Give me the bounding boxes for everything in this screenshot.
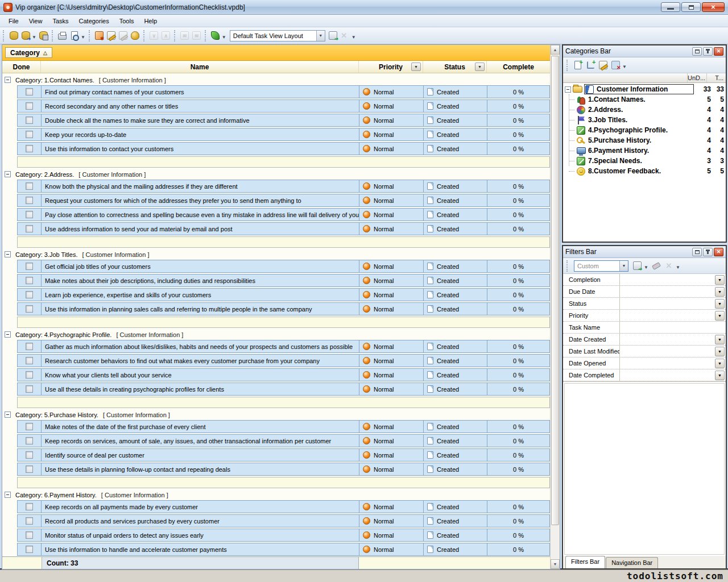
collapse-group-icon[interactable] <box>5 77 11 83</box>
edit-task-icon[interactable] <box>106 30 117 41</box>
column-undone[interactable]: UnD... <box>687 73 706 82</box>
scroll-up-button[interactable]: ▲ <box>551 45 560 55</box>
menu-item-view[interactable]: View <box>24 16 48 26</box>
filters-restore-button[interactable] <box>692 248 702 256</box>
done-checkbox[interactable] <box>26 117 33 124</box>
done-checkbox[interactable] <box>26 385 33 393</box>
task-row[interactable]: Use address information to send your ad … <box>17 222 550 235</box>
filter-dropdown-button[interactable]: ▼ <box>715 287 725 297</box>
header-done[interactable]: Done <box>2 61 41 73</box>
priority-filter-button[interactable]: ▼ <box>411 63 421 71</box>
group-by-category-button[interactable]: Category △ <box>5 47 52 58</box>
move-to-top-icon[interactable]: ≋ <box>191 30 202 41</box>
menu-item-tools[interactable]: Tools <box>114 16 139 26</box>
delete-category-icon[interactable] <box>610 60 621 71</box>
done-checkbox[interactable] <box>26 88 33 95</box>
tree-item[interactable]: 7.Special Needs.33 <box>563 156 726 166</box>
task-row[interactable]: Record secondary and any other names or … <box>17 99 550 113</box>
tree-item[interactable]: 8.Customer Feedback.55 <box>563 166 726 176</box>
task-row[interactable]: Identify source of deal per customerNorm… <box>17 448 550 462</box>
filter-dropdown-button[interactable]: ▼ <box>715 311 725 321</box>
collapse-tree-icon[interactable] <box>565 86 571 93</box>
scroll-down-button[interactable]: ▼ <box>551 559 560 569</box>
header-status[interactable]: Status ▼ <box>423 61 487 73</box>
column-total[interactable]: T... <box>706 73 726 82</box>
vertical-scrollbar[interactable]: ▲ ▼ <box>550 45 560 569</box>
task-row[interactable]: Double check all the names to make sure … <box>17 114 550 127</box>
chevron-down-icon[interactable]: ▼ <box>316 31 325 41</box>
filters-close-button[interactable]: ✕ <box>714 248 723 256</box>
scrollbar-thumb[interactable] <box>551 56 559 525</box>
update-task-icon[interactable] <box>118 30 129 41</box>
task-row[interactable]: Find out primary contact names of your c… <box>17 85 550 98</box>
done-checkbox[interactable] <box>26 423 33 430</box>
categories-restore-button[interactable] <box>692 47 702 56</box>
done-checkbox[interactable] <box>26 197 33 204</box>
notify-icon[interactable] <box>130 30 141 41</box>
save-filter-icon[interactable] <box>631 260 643 272</box>
header-complete[interactable]: Complete <box>487 61 550 73</box>
task-view-dropdown-arrow[interactable]: ▼ <box>222 35 226 40</box>
group-header[interactable]: Category: 2.Address.[ Customer Informati… <box>2 169 550 180</box>
done-checkbox[interactable] <box>26 225 33 232</box>
save-database-icon[interactable] <box>38 30 49 41</box>
task-row[interactable]: Gather as much information about likes/d… <box>17 340 550 353</box>
done-checkbox[interactable] <box>26 465 33 473</box>
task-row[interactable]: Make notes about their job descriptions,… <box>17 274 550 287</box>
delete-layout-icon[interactable]: ✕ <box>340 30 351 41</box>
tree-item[interactable]: 4.Psychographic Profile.44 <box>563 125 726 135</box>
header-priority[interactable]: Priority ▼ <box>359 61 423 73</box>
collapse-group-icon[interactable] <box>5 171 11 177</box>
task-view-icon[interactable] <box>210 30 221 41</box>
collapse-group-icon[interactable] <box>5 411 11 418</box>
done-checkbox[interactable] <box>26 437 33 444</box>
task-row[interactable]: Keep records on services, amount of sale… <box>17 434 550 447</box>
filter-dropdown-button[interactable]: ▼ <box>715 335 725 344</box>
collapse-group-icon[interactable] <box>5 492 11 498</box>
task-row[interactable]: Get official job titles of your customer… <box>17 260 550 273</box>
categories-close-button[interactable]: ✕ <box>714 47 723 56</box>
close-button[interactable]: ✕ <box>702 2 725 12</box>
task-row[interactable]: Keep records on all payments made by eve… <box>17 500 550 513</box>
add-category-icon[interactable] <box>572 60 584 71</box>
filter-dropdown-button[interactable]: ▼ <box>715 359 725 368</box>
task-row[interactable]: Use these details in planning follow-up … <box>17 463 550 476</box>
tree-item[interactable]: 3.Job Titles.44 <box>563 115 726 125</box>
task-row[interactable]: Pay close attention to correctness and s… <box>17 208 550 221</box>
done-checkbox[interactable] <box>26 263 33 270</box>
add-task-icon[interactable] <box>94 30 105 41</box>
categories-pin-button[interactable] <box>703 47 713 56</box>
done-checkbox[interactable] <box>26 517 33 525</box>
done-checkbox[interactable] <box>26 211 33 218</box>
chevron-down-icon[interactable]: ▼ <box>619 261 628 271</box>
filter-dropdown-button[interactable]: ▼ <box>715 275 725 285</box>
move-down-icon[interactable]: ∨ <box>148 30 160 41</box>
filters-pin-button[interactable] <box>703 248 713 256</box>
menu-item-file[interactable]: File <box>3 16 24 26</box>
print-preview-dropdown-arrow[interactable]: ▼ <box>81 35 85 40</box>
print-preview-icon[interactable] <box>69 30 80 41</box>
group-header[interactable]: Category: 1.Contact Names.[ Customer Inf… <box>2 74 550 85</box>
collapse-group-icon[interactable] <box>5 331 11 338</box>
tab-filters-bar[interactable]: Filters Bar <box>565 556 605 568</box>
done-checkbox[interactable] <box>26 182 33 190</box>
minimize-button[interactable] <box>661 2 680 12</box>
group-header[interactable]: Category: 6.Payment History.[ Customer I… <box>2 489 550 500</box>
task-row[interactable]: Know both the physical and the mailing a… <box>17 180 550 193</box>
group-header[interactable]: Category: 4.Psychographic Profile.[ Cust… <box>2 329 550 340</box>
done-checkbox[interactable] <box>26 102 33 110</box>
done-checkbox[interactable] <box>26 343 33 350</box>
scrollbar-track[interactable] <box>551 55 560 559</box>
filter-preset-combo[interactable]: Custom ▼ <box>574 260 628 272</box>
task-row[interactable]: Monitor status of unpaid orders to detec… <box>17 529 550 542</box>
tab-navigation-bar[interactable]: Navigation Bar <box>606 557 658 568</box>
print-icon[interactable] <box>57 30 68 41</box>
restore-button[interactable] <box>681 2 701 12</box>
filter-dropdown-button[interactable]: ▼ <box>715 371 725 380</box>
task-row[interactable]: Request your customers for which of the … <box>17 194 550 207</box>
tree-item[interactable]: 2.Address.44 <box>563 105 726 115</box>
group-header[interactable]: Category: 5.Purchase History.[ Customer … <box>2 409 550 420</box>
tree-item[interactable]: 6.Payment History.44 <box>563 146 726 156</box>
task-row[interactable]: Use this information to contact your cus… <box>17 142 550 155</box>
task-row[interactable]: Make notes of the date of the first purc… <box>17 420 550 433</box>
